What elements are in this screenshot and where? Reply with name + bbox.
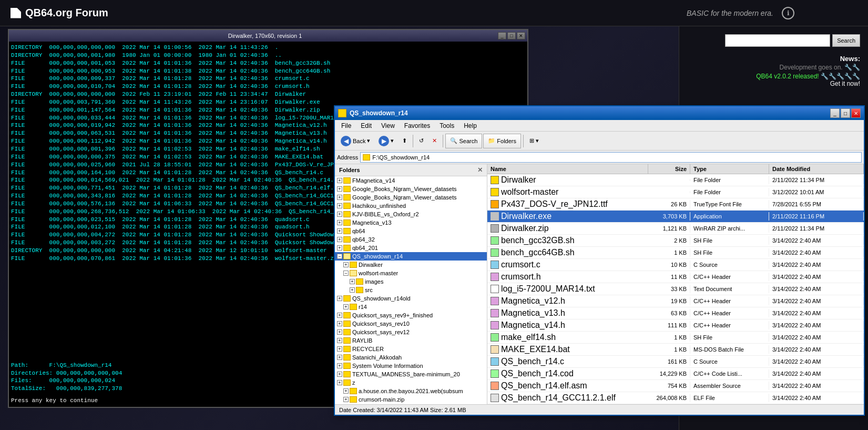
folders-button[interactable]: 📁 Folders [483, 134, 521, 148]
table-row[interactable]: wolfsort-master File Folder 3/12/2022 10… [487, 186, 864, 198]
tree-expand-icon[interactable]: + [343, 304, 349, 309]
table-row[interactable]: bench_gcc32GB.sh 2 KB SH File 3/14/2022 … [487, 235, 864, 247]
tree-item[interactable]: +RECYCLER [335, 345, 487, 353]
tree-expand-icon[interactable]: + [337, 237, 342, 242]
table-row[interactable]: log_i5-7200U_MAR14.txt 33 KB Text Docume… [487, 283, 864, 295]
tree-item[interactable]: +qb64_201 [335, 244, 487, 252]
stop-button[interactable]: ✕ [428, 133, 441, 149]
tree-item[interactable]: +TEXTUAL_MADNESS_bare-minimum_20 [335, 370, 487, 378]
tree-expand-icon[interactable]: + [337, 355, 342, 360]
tree-expand-icon[interactable]: + [337, 220, 342, 225]
menu-tools[interactable]: Tools [435, 121, 458, 131]
table-row[interactable]: bench_gcc64GB.sh 1 KB SH File 3/14/2022 … [487, 247, 864, 259]
tree-item[interactable]: +QS_showdown_r14old [335, 294, 487, 303]
tree-expand-icon[interactable]: + [337, 363, 342, 368]
menu-help[interactable]: Help [459, 121, 481, 131]
tree-item[interactable]: +z [335, 378, 487, 387]
table-row[interactable]: Magnetica_v14.h 111 KB C/C++ Header 3/14… [487, 319, 864, 332]
tree-expand-icon[interactable]: + [337, 178, 342, 183]
terminal-close-btn[interactable]: ✕ [517, 32, 525, 39]
tree-expand-icon[interactable]: + [337, 313, 342, 318]
menu-view[interactable]: View [377, 121, 399, 131]
table-row[interactable]: Dirwalker.exe 3,703 KB Application 2/11/… [487, 211, 864, 223]
tree-item[interactable]: +Dirwalker [335, 261, 487, 269]
get-now-link[interactable]: Get it now! [687, 80, 860, 87]
tree-item[interactable]: +Google_Books_Ngram_Viewer_datasets [335, 193, 487, 202]
tree-expand-icon[interactable]: + [337, 372, 342, 377]
tree-item[interactable]: +RAYLIB [335, 336, 487, 345]
tree-expand-icon[interactable]: + [337, 245, 342, 251]
site-logo[interactable]: QB64.org Forum [11, 7, 108, 19]
tree-close-btn[interactable]: ✕ [477, 166, 483, 174]
tree-item[interactable]: +Quicksort_says_rev9+_finished [335, 311, 487, 319]
table-row[interactable]: QS_bench_r14_GCC11.2.1.elf 264,008 KB EL… [487, 392, 864, 404]
tree-expand-icon[interactable]: + [337, 195, 342, 200]
tree-expand-icon[interactable]: + [337, 296, 342, 301]
up-button[interactable]: ⬆ [399, 133, 411, 149]
terminal-minimize-btn[interactable]: _ [498, 32, 506, 39]
forward-button[interactable]: ▶ ▾ [375, 133, 397, 149]
table-row[interactable]: MAKE_EXE14.bat 1 KB MS-DOS Batch File 3/… [487, 344, 864, 356]
col-size[interactable]: Size [648, 164, 690, 174]
tree-expand-icon[interactable]: + [343, 397, 349, 402]
table-row[interactable]: make_elf14.sh 1 KB SH File 3/14/2022 2:4… [487, 332, 864, 344]
refresh-button[interactable]: ↺ [415, 133, 427, 149]
col-name[interactable]: Name [487, 164, 648, 174]
table-row[interactable]: crumsort.h 11 KB C/C++ Header 3/14/2022 … [487, 271, 864, 283]
views-button[interactable]: ⊞ ▾ [526, 133, 543, 149]
tree-item[interactable]: +Satanichi_Akkodah [335, 353, 487, 362]
tree-item[interactable]: +Hachikou_unfinished [335, 202, 487, 210]
tree-expand-icon[interactable]: + [350, 287, 355, 293]
tree-expand-icon[interactable]: + [337, 346, 342, 352]
tree-item[interactable]: +qb64 [335, 227, 487, 235]
tree-expand-icon[interactable]: − [343, 271, 349, 276]
tree-expand-icon[interactable]: + [337, 329, 342, 335]
tree-expand-icon[interactable]: + [337, 203, 342, 208]
tree-item[interactable]: +Quicksort_says_rev12 [335, 328, 487, 336]
search-input[interactable] [725, 34, 830, 47]
tree-expand-icon[interactable]: + [337, 212, 342, 217]
tree-expand-icon[interactable]: + [337, 338, 342, 343]
tree-expand-icon[interactable]: + [343, 262, 349, 267]
col-type[interactable]: Type [690, 164, 769, 174]
table-row[interactable]: Magnetica_v13.h 63 KB C/C++ Header 3/14/… [487, 307, 864, 319]
table-row[interactable]: Magnetica_v12.h 19 KB C/C++ Header 3/14/… [487, 295, 864, 307]
explorer-close-btn[interactable]: ✕ [851, 108, 861, 118]
tree-item[interactable]: +KJV-BIBLE_vs_Oxford_r2 [335, 210, 487, 218]
tree-expand-icon[interactable]: + [350, 279, 355, 284]
tree-item[interactable]: +r14 [335, 303, 487, 311]
table-row[interactable]: Dirwalker.zip 1,121 KB WinRAR ZIP archi.… [487, 223, 864, 235]
table-row[interactable]: Px437_DOS-V_re_JPN12.ttf 26 KB TrueType … [487, 198, 864, 211]
table-row[interactable]: crumsort.c 10 KB C Source 3/14/2022 2:40… [487, 259, 864, 271]
search-toolbar-button[interactable]: 🔍 Search [445, 134, 482, 148]
tree-item[interactable]: +Google_Books_Ngram_Viewer_datasets [335, 185, 487, 193]
menu-file[interactable]: File [337, 121, 355, 131]
tree-item[interactable]: +src [335, 286, 487, 294]
tree-item[interactable]: +qb64_32 [335, 235, 487, 244]
info-icon[interactable]: ℹ [782, 7, 794, 19]
search-button[interactable]: Search [832, 34, 860, 47]
tree-expand-icon[interactable]: + [337, 380, 342, 385]
col-date[interactable]: Date Modified [769, 164, 864, 174]
tree-expand-icon[interactable]: − [337, 254, 342, 259]
tree-item[interactable]: +a.house.on.the.bayou.2021.web(subsum [335, 387, 487, 395]
tree-expand-icon[interactable]: + [337, 186, 342, 192]
tree-item[interactable]: +System Volume Information [335, 362, 487, 370]
menu-favorites[interactable]: Favorites [400, 121, 434, 131]
table-row[interactable]: QS_bench_r14.elf.asm 754 KB Assembler So… [487, 380, 864, 392]
back-button[interactable]: ◀ Back ▾ [337, 133, 374, 149]
tree-item[interactable]: −QS_showdown_r14 [335, 252, 487, 261]
tree-item[interactable]: +Quicksort_says_rev10 [335, 319, 487, 328]
explorer-restore-btn[interactable]: □ [841, 108, 850, 118]
terminal-restore-btn[interactable]: □ [507, 32, 516, 39]
tree-expand-icon[interactable]: + [337, 228, 342, 234]
table-row[interactable]: QS_bench_r14.c 161 KB C Source 3/14/2022… [487, 356, 864, 368]
news-line2[interactable]: QB64 v2.0.2 released! 🔧🔧🔧🔧🔧 [687, 73, 860, 80]
table-row[interactable]: Dirwalker File Folder 2/11/2022 11:34 PM [487, 174, 864, 186]
table-row[interactable]: QS_bench_r14.cod 14,229 KB C/C++ Code Li… [487, 368, 864, 380]
tree-item[interactable]: +crumsort-main.zip [335, 395, 487, 404]
tree-item[interactable]: +images [335, 277, 487, 286]
tree-expand-icon[interactable]: + [343, 388, 349, 394]
menu-edit[interactable]: Edit [356, 121, 376, 131]
tree-item[interactable]: +FMagnetica_v14 [335, 176, 487, 185]
